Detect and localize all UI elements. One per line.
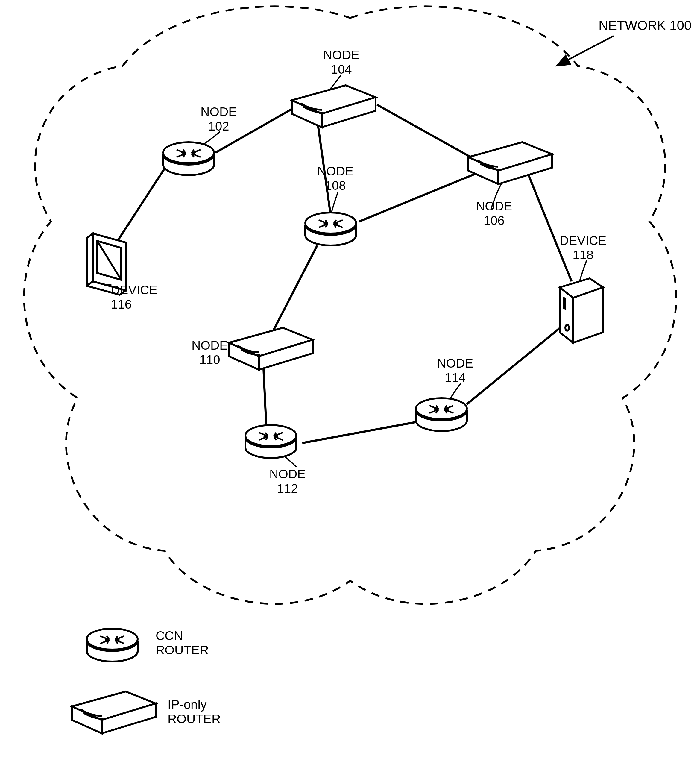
node-106 (465, 139, 555, 188)
device-118 (554, 275, 608, 348)
edge-110-112 (263, 365, 266, 428)
ip-router-icon (468, 142, 552, 184)
node-114 (413, 392, 470, 435)
svg-marker-26 (573, 287, 603, 343)
node-104-label: NODE 104 (323, 48, 359, 77)
node-112 (242, 419, 299, 462)
legend-ip-label: IP-only ROUTER (167, 698, 221, 726)
svg-point-17 (416, 398, 467, 419)
server-icon (559, 279, 603, 343)
edge-104-106 (377, 105, 479, 161)
edge-108-110 (269, 245, 317, 338)
svg-rect-27 (563, 297, 566, 310)
node-106-label: NODE 106 (476, 199, 512, 228)
node-110 (226, 325, 316, 374)
edge-114-118 (467, 323, 566, 404)
svg-point-30 (87, 628, 137, 650)
node-108 (302, 207, 359, 250)
legend-ccn-icon (84, 623, 141, 666)
svg-marker-19 (87, 233, 93, 286)
svg-point-2 (163, 142, 214, 163)
ccn-router-icon (305, 212, 356, 245)
edge-108-106 (359, 174, 476, 222)
node-112-label: NODE 112 (269, 467, 305, 496)
ip-router-icon (229, 328, 313, 370)
node-108-label: NODE 108 (317, 164, 354, 193)
node-110-label: NODE 110 (191, 338, 228, 367)
ccn-router-icon (245, 425, 296, 458)
ip-router-icon (292, 85, 376, 127)
svg-point-10 (305, 212, 356, 233)
ccn-router-icon (87, 628, 137, 662)
node-104 (289, 82, 379, 131)
network-label: NETWORK 100 (599, 18, 692, 33)
network-leader (557, 36, 613, 66)
device-116-label: DEVICE 116 (111, 283, 157, 312)
device-118-label: DEVICE 118 (559, 233, 606, 263)
label-leaders (111, 75, 586, 467)
legend-ip-icon (69, 688, 159, 738)
ccn-router-icon (416, 398, 467, 431)
node-114-label: NODE 114 (437, 356, 473, 385)
node-102 (160, 136, 217, 179)
ip-router-icon (72, 692, 156, 733)
svg-point-15 (245, 425, 296, 446)
node-102-label: NODE 102 (201, 105, 237, 134)
legend-ccn-label: CCN ROUTER (156, 628, 209, 658)
edge-112-114 (302, 422, 416, 443)
svg-marker-25 (559, 287, 573, 343)
ccn-router-icon (163, 142, 214, 175)
